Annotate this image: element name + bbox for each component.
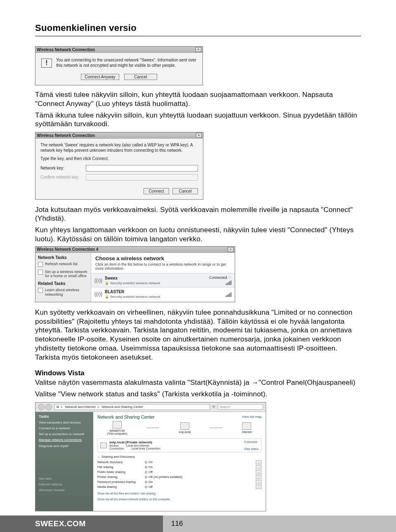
map-connector bbox=[210, 428, 222, 428]
dialog-text: Type the key, and then click Connect. bbox=[40, 156, 198, 162]
sharing-heading: ⌄ Sharing and Discovery bbox=[97, 455, 262, 459]
network-status-area bbox=[226, 292, 231, 297]
view-status-link[interactable]: View status bbox=[244, 447, 259, 450]
chevron-icon: ⌄ bbox=[97, 455, 100, 458]
network-name: voip.local (Private network) bbox=[109, 440, 241, 444]
refresh-icon bbox=[38, 262, 43, 267]
customize-link[interactable]: Customize bbox=[244, 440, 259, 443]
sd-value: On bbox=[145, 460, 256, 464]
expand-button[interactable]: ⌄ bbox=[256, 485, 262, 489]
map-node-label: Internet bbox=[242, 431, 252, 433]
window-network-sharing-center: ⧉ ▸ Network and Internet ▸ Network and S… bbox=[35, 402, 266, 511]
network-security: 🔒 Security-enabled wireless network bbox=[105, 281, 206, 285]
field-row: Confirm network key: bbox=[40, 174, 198, 181]
kv-label: Access bbox=[109, 444, 119, 447]
dialog-unsecured-warning: Wireless Network Connection × You are co… bbox=[35, 46, 203, 85]
footer-link[interactable]: Show me all the files and folders I am s… bbox=[97, 492, 262, 495]
cancel-button[interactable]: Cancel bbox=[124, 74, 157, 80]
expand-button[interactable]: ⌄ bbox=[256, 470, 262, 474]
heading-label: Sharing and Discovery bbox=[101, 455, 134, 459]
expand-button[interactable]: ⌄ bbox=[256, 465, 262, 469]
sidebar-item-learn[interactable]: Learn about wireless networking bbox=[38, 288, 88, 297]
sidebar-heading: Tasks bbox=[39, 414, 90, 419]
map-node-label: voip.local bbox=[179, 431, 191, 433]
globe-icon bbox=[242, 422, 251, 430]
sidebar-link-internet-options[interactable]: Internet Options bbox=[39, 483, 90, 486]
map-connector bbox=[147, 428, 159, 428]
footer-link[interactable]: Show me all the shared network folders o… bbox=[97, 497, 262, 501]
connect-anyway-button[interactable]: Connect Anyway bbox=[81, 74, 119, 80]
page-title: Suomenkielinen versio bbox=[35, 23, 361, 33]
close-icon[interactable]: × bbox=[196, 133, 202, 138]
cancel-button[interactable]: Cancel bbox=[172, 188, 198, 194]
warning-icon bbox=[41, 59, 52, 68]
network-key-input[interactable] bbox=[86, 165, 198, 172]
content: Wireless Network Connection × You are co… bbox=[35, 46, 361, 526]
sidebar-link-firewall[interactable]: Windows Firewall bbox=[39, 488, 90, 492]
search-input[interactable]: Search bbox=[218, 404, 263, 410]
text-span: Valitse näytön vasemmasta alakulmasta va… bbox=[35, 379, 252, 386]
sidebar-heading: See also bbox=[39, 477, 90, 480]
map-node-computer: WMARTIJN (This computer) bbox=[107, 421, 127, 435]
subheading-windows-vista: Windows Vista bbox=[35, 369, 361, 377]
lock-icon: 🔒 bbox=[105, 281, 109, 285]
radio-icon bbox=[145, 486, 147, 488]
sidebar-item-setup[interactable]: Set up a wireless network for a home or … bbox=[38, 270, 88, 278]
expand-button[interactable]: ⌄ bbox=[256, 480, 262, 484]
map-node-router: voip.local bbox=[179, 422, 191, 433]
network-status-area: Connected ☆ bbox=[209, 275, 231, 285]
expand-button[interactable]: ⌄ bbox=[256, 460, 262, 464]
dialog-text: The network 'Sweex' requires a network k… bbox=[40, 143, 198, 153]
network-security: 🔒 Security-enabled wireless network bbox=[105, 295, 223, 299]
window-body: Network Tasks Refresh network list Set u… bbox=[35, 253, 235, 302]
signal-bars-icon bbox=[226, 292, 231, 297]
connected-label: Connected bbox=[209, 275, 227, 280]
page-footer: SWEEX.COM 116 bbox=[0, 516, 396, 532]
close-icon[interactable]: × bbox=[228, 247, 233, 252]
info-icon bbox=[38, 288, 43, 293]
paragraph: Valitse näytön vasemmasta alakulmasta va… bbox=[35, 378, 361, 387]
sd-label: Network discovery bbox=[97, 460, 145, 464]
sd-row: Network discoveryOn⌄ bbox=[97, 460, 262, 465]
paragraph: Jota kutsutaan myös verkkoavaimeksi. Syö… bbox=[35, 205, 361, 224]
window-body: Tasks View computers and devices Connect… bbox=[35, 412, 266, 511]
paragraph: Tämä viesti tulee näkyviin silloin, kun … bbox=[35, 90, 361, 108]
radio-icon bbox=[145, 471, 147, 473]
breadcrumb[interactable]: ⧉ ▸ Network and Internet ▸ Network and S… bbox=[54, 404, 210, 410]
forward-button[interactable] bbox=[45, 404, 52, 410]
wireless-icon: ((ı)) bbox=[94, 278, 102, 283]
kv-label: Connection bbox=[109, 447, 124, 450]
network-item-blaster[interactable]: ((ı)) BLASTER 🔒 Security-enabled wireles… bbox=[91, 287, 235, 301]
sidebar-link-connect[interactable]: Connect to a network bbox=[39, 426, 90, 430]
sd-value: On bbox=[145, 480, 256, 484]
lock-icon: 🔒 bbox=[105, 295, 109, 299]
connect-button[interactable]: Connect bbox=[144, 188, 169, 194]
sidebar-link-manage-connections[interactable]: Manage network connections bbox=[39, 438, 90, 442]
network-icon bbox=[100, 443, 107, 448]
panel-subtext: Click an item in the list below to conne… bbox=[91, 262, 235, 273]
main-panel: Choose a wireless network Click an item … bbox=[91, 253, 235, 302]
security-label: Security-enabled wireless network bbox=[110, 295, 160, 299]
dialog-titlebar: Wireless Network Connection × bbox=[35, 47, 203, 53]
sd-row: File sharingOn⌄ bbox=[97, 465, 262, 470]
kv-value: Local and Internet bbox=[126, 444, 149, 447]
text-span: "Control Panel(Ohjauspaneeli) bbox=[259, 379, 356, 386]
sidebar-link-view-computers[interactable]: View computers and devices bbox=[39, 421, 90, 424]
dialog-network-key: Wireless Network Connection × The networ… bbox=[35, 132, 203, 200]
expand-button[interactable]: ⌄ bbox=[256, 475, 262, 479]
window-titlebar: Wireless Network Connection 4 × bbox=[35, 247, 235, 253]
sidebar-link-setup[interactable]: Set up a connection or network bbox=[39, 432, 90, 436]
refresh-icon[interactable]: ↻ bbox=[212, 405, 215, 409]
dialog-button-row: Connect Cancel bbox=[35, 185, 203, 199]
dialog-title: Wireless Network Connection bbox=[37, 133, 95, 138]
network-detail: voip.local (Private network) Access Loca… bbox=[109, 440, 241, 450]
network-item-sweex[interactable]: ((ı)) Sweex 🔒 Security-enabled wireless … bbox=[91, 273, 235, 287]
confirm-key-label: Confirm network key: bbox=[40, 175, 86, 179]
page-number: 116 bbox=[163, 516, 396, 532]
sidebar-item-refresh[interactable]: Refresh network list bbox=[38, 262, 88, 267]
close-icon[interactable]: × bbox=[196, 47, 201, 52]
sidebar-link-diagnose[interactable]: Diagnose and repair bbox=[39, 444, 90, 448]
dialog-body: You are connecting to the unsecured netw… bbox=[35, 53, 203, 70]
back-button[interactable] bbox=[38, 404, 45, 410]
map-node-internet: Internet bbox=[242, 422, 252, 433]
